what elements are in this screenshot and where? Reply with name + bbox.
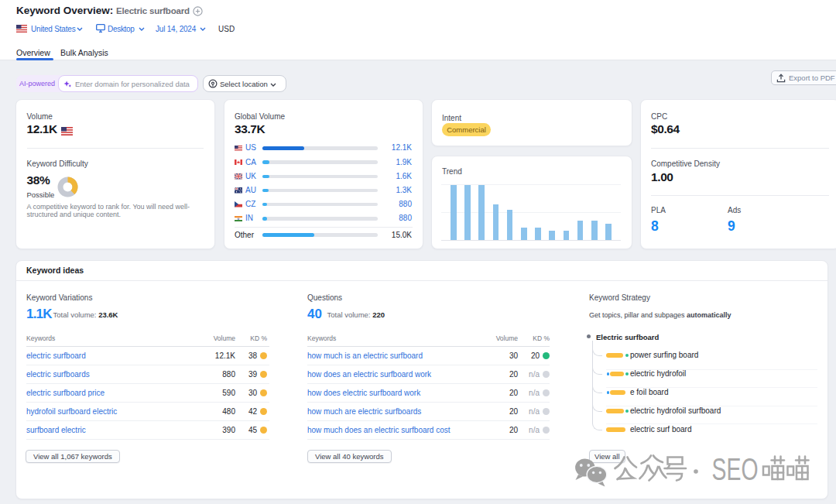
svg-text:SEO: SEO — [712, 452, 759, 486]
